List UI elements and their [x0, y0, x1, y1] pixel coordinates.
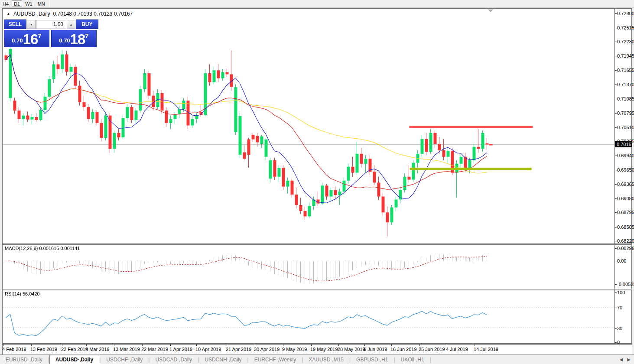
date-axis-tick: [364, 344, 365, 346]
macd-axis-label: 0.002962: [617, 246, 634, 251]
tab-gbpusdh1[interactable]: GBPUSD-,H1: [351, 355, 393, 364]
price-axis-divider: [614, 9, 615, 344]
macd-axis-label: -0.005255: [617, 282, 634, 287]
sell-button[interactable]: SELL: [4, 20, 26, 29]
chart-tab-bar: EURUSD-,Daily|AUDUSD-,Daily|USDCHF-,Dail…: [0, 354, 634, 364]
tf-button-H4[interactable]: H4: [0, 0, 11, 7]
price-axis-label-tick: [615, 113, 617, 114]
price-axis-label-tick: [615, 241, 617, 241]
price-axis-label-tick: [615, 70, 617, 71]
rsi-label: RSI(14) 56.0420: [5, 291, 40, 296]
price-axis-label-tick: [615, 212, 617, 213]
tab-usdcnhdaily[interactable]: USDCNH-,Daily: [199, 355, 247, 364]
tabs-scroll-left-icon[interactable]: ◀: [620, 357, 623, 362]
date-axis-label: 16 Jun 2019: [390, 347, 417, 352]
date-axis-label: 22 Mar 2019: [141, 347, 168, 352]
date-axis-label: 10 Apr 2019: [195, 347, 221, 352]
volume-increase-button[interactable]: ▲: [67, 20, 75, 29]
date-axis-label: 4 Mar 2019: [85, 347, 110, 352]
date-axis-label: 25 Jun 2019: [419, 347, 445, 352]
tab-xauusdm15[interactable]: XAUUSD-,M15: [303, 355, 349, 364]
buy-price-sup: 7: [85, 32, 88, 39]
date-axis-tick: [142, 344, 143, 346]
tab-ukoilh1[interactable]: UKOil-,H1: [395, 355, 430, 364]
price-axis-label: 0.72515: [617, 25, 634, 30]
price-axis-label: 0.69365: [617, 182, 634, 187]
sell-price-panel[interactable]: 0.70 16 7: [4, 30, 49, 47]
tabs-scroll-right-icon[interactable]: ▶: [627, 357, 631, 362]
date-axis-tick: [419, 344, 420, 346]
rsi-indicator-canvas[interactable]: [3, 290, 614, 343]
date-axis-tick: [311, 344, 312, 346]
date-axis-label: 14 Jul 2019: [474, 347, 498, 352]
price-axis-label-tick: [615, 127, 617, 128]
date-axis-tick: [391, 344, 392, 346]
price-axis-label-tick: [615, 156, 617, 156]
date-axis-tick: [255, 344, 255, 346]
date-axis-tick: [62, 344, 62, 346]
price-axis-label: 0.70795: [617, 110, 634, 116]
price-axis-label: 0.71655: [617, 68, 634, 73]
date-axis: 4 Feb 201913 Feb 201922 Feb 20194 Mar 20…: [3, 344, 632, 355]
price-axis-label: 0.71085: [617, 96, 634, 101]
current-price-tag: 0.70167: [615, 141, 632, 147]
price-axis-label: 0.69080: [617, 196, 634, 201]
tab-eurusddaily[interactable]: EURUSD-,Daily: [0, 355, 48, 364]
date-axis-label: 22 Feb 2019: [61, 347, 88, 352]
panel-splitter[interactable]: [3, 289, 632, 290]
price-axis-label: 0.68220: [617, 238, 634, 244]
price-axis-label: 0.68795: [617, 210, 634, 215]
rsi-axis-label: 30: [617, 326, 622, 331]
macd-axis-label-tick: [615, 284, 617, 285]
tab-audusddaily[interactable]: AUDUSD-,Daily: [49, 355, 99, 364]
macd-axis-label: 0.00: [617, 258, 626, 263]
date-axis-label: 13 Feb 2019: [30, 347, 57, 352]
date-axis-tick: [114, 344, 114, 346]
price-axis-label-tick: [615, 170, 617, 170]
buy-price-big: 18: [70, 33, 85, 46]
date-axis-label: 1 Apr 2019: [169, 347, 192, 352]
buy-price-panel[interactable]: 0.70 18 7: [51, 30, 97, 47]
price-axis-label: 0.72800: [617, 11, 634, 16]
tab-usdcaddaily[interactable]: USDCAD-,Daily: [150, 355, 198, 364]
price-axis-label: 0.70510: [617, 125, 634, 130]
buy-button[interactable]: BUY: [76, 20, 98, 29]
price-axis-label: 0.71370: [617, 82, 634, 87]
price-axis-label-tick: [615, 42, 617, 42]
buy-price-prefix: 0.70: [59, 37, 70, 44]
rsi-axis-label-tick: [615, 292, 617, 293]
price-axis-label: 0.71945: [617, 53, 634, 58]
tab-divider: |: [430, 355, 431, 364]
date-axis-tick: [31, 344, 32, 346]
volume-input[interactable]: [36, 20, 66, 29]
price-axis-label-tick: [615, 56, 617, 56]
timeframe-toolbar: H4D1W1MN: [0, 0, 634, 8]
date-axis-label: 13 Mar 2019: [113, 347, 140, 352]
rsi-axis-label-tick: [615, 308, 617, 308]
date-axis-tick: [475, 344, 475, 346]
tab-eurchfweekly[interactable]: EURCHF-,Weekly: [249, 355, 302, 364]
one-click-trade-panel: SELL ▼ ▲ BUY 0.70 16 7 0.70 18 7: [4, 20, 98, 47]
date-axis-label: 30 Apr 2019: [254, 347, 280, 352]
price-axis-label-tick: [615, 184, 617, 185]
macd-axis-label-tick: [615, 248, 617, 249]
rsi-axis-label-tick: [615, 342, 617, 343]
rsi-axis-label: 100: [617, 290, 625, 295]
toolbar-separator: [49, 1, 50, 7]
date-axis-tick: [338, 344, 339, 346]
price-axis-label-tick: [615, 28, 617, 28]
sell-price-prefix: 0.70: [12, 37, 23, 44]
date-axis-tick: [227, 344, 227, 346]
sell-price-sup: 7: [38, 32, 41, 39]
panel-splitter[interactable]: [3, 244, 632, 245]
tf-button-W1[interactable]: W1: [23, 0, 35, 7]
tf-button-D1[interactable]: D1: [12, 0, 22, 7]
date-axis-tick: [447, 344, 447, 346]
price-axis-label-tick: [615, 198, 617, 199]
tab-usdchfdaily[interactable]: USDCHF-,Daily: [101, 355, 148, 364]
price-axis-label-tick: [615, 84, 617, 85]
tf-button-MN[interactable]: MN: [36, 0, 47, 7]
macd-indicator-canvas[interactable]: [3, 245, 614, 289]
volume-decrease-button[interactable]: ▼: [27, 20, 36, 29]
date-axis-label: 4 Feb 2019: [2, 347, 26, 352]
